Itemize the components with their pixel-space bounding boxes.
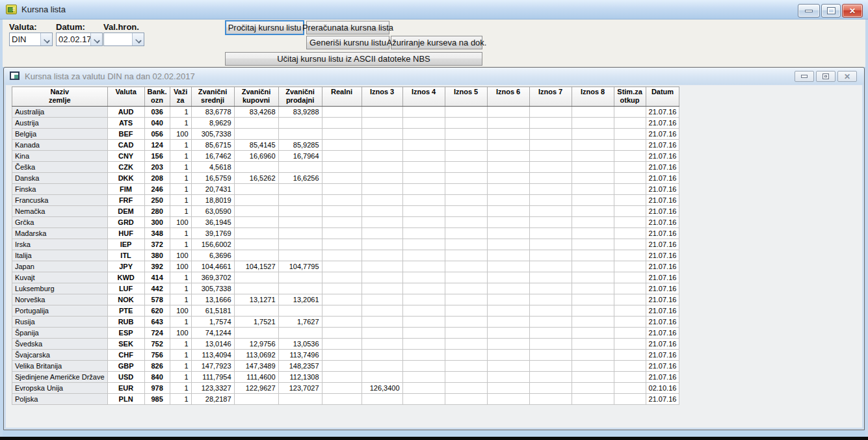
cell-datum[interactable]: 21.07.16: [646, 140, 679, 151]
cell-iznos4[interactable]: [402, 350, 445, 361]
cell-iznos5[interactable]: [445, 184, 487, 195]
cell-vazi[interactable]: 100: [170, 250, 191, 261]
cell-iznos3[interactable]: [362, 394, 402, 405]
cell-iznos4[interactable]: [402, 184, 445, 195]
cell-iznos5[interactable]: [445, 294, 487, 305]
cell-prodajni[interactable]: 85,9285: [278, 140, 322, 151]
cell-iznos6[interactable]: [487, 350, 529, 361]
cell-iznos4[interactable]: [402, 272, 445, 283]
cell-iznos3[interactable]: [362, 305, 402, 317]
cell-datum[interactable]: 21.07.16: [646, 184, 679, 195]
cell-kupovni[interactable]: 83,4268: [234, 107, 278, 118]
cell-prodajni[interactable]: [278, 239, 322, 250]
cell-stim[interactable]: [614, 283, 646, 294]
cell-iznos4[interactable]: [402, 151, 445, 162]
cell-vazi[interactable]: 1: [170, 228, 191, 239]
cell-iznos3[interactable]: [362, 239, 402, 250]
cell-zemlja[interactable]: Italija: [12, 250, 108, 261]
cell-datum[interactable]: 21.07.16: [646, 239, 679, 250]
cell-bank[interactable]: 208: [144, 173, 170, 184]
cell-realni[interactable]: [322, 151, 362, 162]
cell-realni[interactable]: [322, 317, 362, 328]
cell-stim[interactable]: [614, 383, 646, 394]
column-header-prodajni[interactable]: Zvanični prodajni: [278, 87, 322, 107]
cell-datum[interactable]: 21.07.16: [646, 317, 679, 328]
cell-vazi[interactable]: 1: [170, 206, 191, 217]
cell-stim[interactable]: [614, 173, 646, 184]
cell-realni[interactable]: [322, 195, 362, 206]
child-close-button[interactable]: ✕: [837, 71, 857, 82]
cell-iznos7[interactable]: [529, 317, 572, 328]
cell-kupovni[interactable]: 122,9627: [234, 383, 278, 394]
cell-iznos5[interactable]: [445, 250, 487, 261]
cell-iznos5[interactable]: [445, 317, 487, 328]
cell-iznos7[interactable]: [529, 261, 572, 272]
cell-valuta[interactable]: DEM: [107, 206, 144, 217]
cell-iznos3[interactable]: [362, 140, 402, 151]
cell-stim[interactable]: [614, 350, 646, 361]
cell-bank[interactable]: 840: [144, 372, 170, 383]
cell-datum[interactable]: 21.07.16: [646, 372, 679, 383]
cell-iznos6[interactable]: [487, 118, 529, 129]
cell-realni[interactable]: [322, 372, 362, 383]
cell-realni[interactable]: [322, 173, 362, 184]
cell-zemlja[interactable]: Nemačka: [12, 206, 108, 217]
cell-prodajni[interactable]: 112,1308: [278, 372, 322, 383]
cell-prodajni[interactable]: 13,0536: [278, 339, 322, 350]
cell-datum[interactable]: 21.07.16: [646, 283, 679, 294]
cell-realni[interactable]: [322, 328, 362, 339]
cell-vazi[interactable]: 1: [170, 239, 191, 250]
cell-iznos4[interactable]: [402, 173, 445, 184]
cell-iznos7[interactable]: [529, 305, 572, 317]
cell-iznos3[interactable]: [362, 151, 402, 162]
cell-zemlja[interactable]: Sjedinjene Američke Države: [12, 372, 108, 383]
cell-realni[interactable]: [322, 217, 362, 228]
cell-vazi[interactable]: 1: [170, 283, 191, 294]
column-header-iznos3[interactable]: Iznos 3: [362, 87, 402, 107]
cell-iznos8[interactable]: [572, 228, 614, 239]
cell-stim[interactable]: [614, 140, 646, 151]
cell-iznos8[interactable]: [572, 294, 614, 305]
cell-srednji[interactable]: 305,7338: [191, 283, 234, 294]
cell-iznos5[interactable]: [445, 328, 487, 339]
cell-iznos4[interactable]: [402, 261, 445, 272]
valhron-combobox[interactable]: [103, 32, 144, 46]
cell-zemlja[interactable]: Danska: [12, 173, 108, 184]
cell-iznos3[interactable]: [362, 217, 402, 228]
cell-vazi[interactable]: 1: [170, 272, 191, 283]
cell-zemlja[interactable]: Češka: [12, 162, 108, 173]
cell-iznos6[interactable]: [487, 239, 529, 250]
cell-valuta[interactable]: LUF: [107, 283, 144, 294]
cell-zemlja[interactable]: Velika Britanija: [12, 361, 108, 372]
cell-stim[interactable]: [614, 184, 646, 195]
cell-iznos6[interactable]: [487, 272, 529, 283]
column-header-iznos4[interactable]: Iznos 4: [402, 87, 445, 107]
cell-iznos6[interactable]: [487, 383, 529, 394]
cell-bank[interactable]: 203: [144, 162, 170, 173]
cell-iznos3[interactable]: [362, 294, 402, 305]
cell-iznos6[interactable]: [487, 305, 529, 317]
cell-srednji[interactable]: 369,3702: [191, 272, 234, 283]
column-header-realni[interactable]: Realni: [322, 87, 362, 107]
cell-iznos7[interactable]: [529, 206, 572, 217]
cell-stim[interactable]: [614, 361, 646, 372]
cell-iznos5[interactable]: [445, 361, 487, 372]
cell-iznos7[interactable]: [529, 129, 572, 140]
column-header-iznos7[interactable]: Iznos 7: [529, 87, 572, 107]
cell-iznos6[interactable]: [487, 129, 529, 140]
cell-iznos6[interactable]: [487, 317, 529, 328]
ucitaj-ascii-nbs-button[interactable]: Učitaj kursnu listu iz ASCII datoteke NB…: [225, 52, 482, 66]
cell-datum[interactable]: 21.07.16: [646, 394, 679, 405]
cell-iznos4[interactable]: [402, 217, 445, 228]
cell-prodajni[interactable]: [278, 184, 322, 195]
cell-iznos4[interactable]: [402, 317, 445, 328]
cell-iznos5[interactable]: [445, 283, 487, 294]
cell-iznos8[interactable]: [572, 372, 614, 383]
cell-realni[interactable]: [322, 383, 362, 394]
cell-iznos8[interactable]: [572, 195, 614, 206]
cell-prodajni[interactable]: [278, 305, 322, 317]
cell-prodajni[interactable]: 83,9288: [278, 107, 322, 118]
cell-iznos8[interactable]: [572, 151, 614, 162]
cell-prodajni[interactable]: [278, 129, 322, 140]
minimize-button[interactable]: [798, 4, 820, 18]
